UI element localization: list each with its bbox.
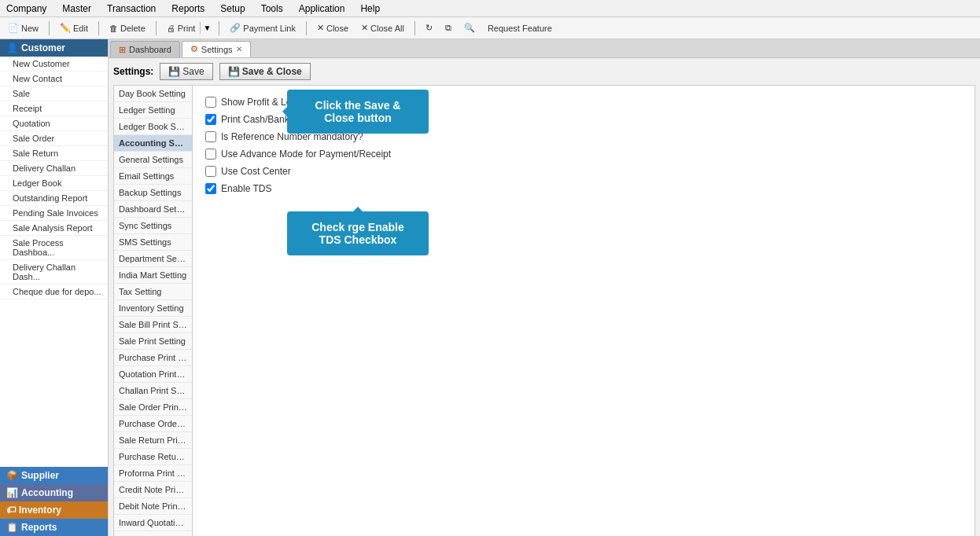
print-dropdown-arrow[interactable]: ▼ [200, 22, 213, 34]
sidebar-section-supplier[interactable]: 📦 Supplier [0, 467, 108, 484]
settings-nav-sale-print[interactable]: Sale Print Setting [114, 333, 192, 350]
menu-transaction[interactable]: Transaction [104, 2, 159, 16]
settings-nav-ledger[interactable]: Ledger Setting [114, 102, 192, 119]
settings-nav-inventory[interactable]: Inventory Setting [114, 300, 192, 317]
payment-link-button[interactable]: 🔗 Payment Link [225, 21, 300, 35]
edit-button[interactable]: ✏️ Edit [55, 21, 93, 35]
settings-nav-accounting[interactable]: Accounting Settin... [114, 135, 192, 152]
callout-tds: Check rge Enable TDS Checkbox [287, 211, 429, 255]
sidebar-section-customer[interactable]: 👤 Customer [0, 39, 108, 57]
tab-close-settings[interactable]: ✕ [236, 45, 242, 53]
settings-nav-dashboard[interactable]: Dashboard Settin... [114, 201, 192, 218]
print-dropdown[interactable]: 🖨 Print ▼ [162, 22, 214, 35]
save-close-icon: 💾 [228, 66, 240, 77]
save-close-button[interactable]: 💾 Save & Close [219, 63, 311, 80]
close-all-button[interactable]: ✕ Close All [356, 21, 409, 35]
settings-tab-icon: ⚙ [190, 44, 198, 54]
settings-nav-indiamart[interactable]: India Mart Setting [114, 267, 192, 284]
checkbox-cost-center[interactable] [205, 166, 216, 177]
settings-nav-purchase-print[interactable]: Purchase Print Set... [114, 350, 192, 366]
menu-reports[interactable]: Reports [168, 2, 208, 16]
settings-nav-challan-print[interactable]: Challan Print Settin... [114, 383, 192, 399]
settings-nav-sms[interactable]: SMS Settings [114, 234, 192, 251]
close-button[interactable]: ✕ Close [312, 21, 353, 35]
close-all-icon: ✕ [361, 23, 368, 33]
checkbox-ref-mandatory[interactable] [205, 131, 216, 142]
menu-master[interactable]: Master [59, 2, 94, 16]
settings-nav-purchase-return-print[interactable]: Purchase Return P... [114, 449, 192, 465]
new-button[interactable]: 📄 New [3, 21, 43, 35]
settings-nav-day-book[interactable]: Day Book Setting [114, 86, 192, 102]
sidebar-item-new-contact[interactable]: New Contact [0, 72, 108, 86]
refresh-button[interactable]: ↻ [421, 21, 437, 35]
option-advance-mode: Use Advance Mode for Payment/Receipt [205, 145, 962, 163]
checkbox-show-pl[interactable] [205, 97, 216, 108]
settings-nav-email[interactable]: Email Settings [114, 168, 192, 185]
print-button[interactable]: 🖨 Print [162, 22, 201, 35]
accounting-icon: 📊 [6, 487, 18, 498]
delete-button[interactable]: 🗑 Delete [105, 22, 150, 35]
menu-application[interactable]: Application [296, 2, 348, 16]
menu-bar: Company Master Transaction Reports Setup… [0, 0, 980, 17]
print-icon: 🖨 [167, 24, 175, 33]
separator2 [98, 21, 99, 35]
sidebar-item-pending-sale-invoices[interactable]: Pending Sale Invoices [0, 206, 108, 221]
settings-nav-quotation-print[interactable]: Quotation Print Se... [114, 366, 192, 383]
sidebar-item-delivery-challan[interactable]: Delivery Challan [0, 161, 108, 176]
sidebar-section-reports[interactable]: 📋 Reports [0, 519, 108, 536]
settings-sidebar: Day Book Setting Ledger Setting Ledger B… [114, 86, 193, 536]
settings-nav-service-bill-print[interactable]: Service Bill Print Se... [114, 531, 192, 536]
menu-help[interactable]: Help [357, 2, 383, 16]
search-button[interactable]: 🔍 [459, 21, 480, 35]
checkbox-enable-tds[interactable] [205, 183, 216, 194]
checkbox-print-cash[interactable] [205, 114, 216, 125]
settings-nav-proforma-print[interactable]: Proforma Print Se... [114, 465, 192, 482]
menu-setup[interactable]: Setup [217, 2, 248, 16]
option-cost-center: Use Cost Center [205, 163, 962, 180]
menu-tools[interactable]: Tools [258, 2, 286, 16]
tab-dashboard[interactable]: ⊞ Dashboard [110, 41, 180, 57]
sidebar-section-accounting[interactable]: 📊 Accounting [0, 484, 108, 501]
sidebar-item-sale-analysis-report[interactable]: Sale Analysis Report [0, 221, 108, 236]
settings-nav-backup[interactable]: Backup Settings [114, 185, 192, 201]
sidebar-item-cheque-due[interactable]: Cheque due for depo... [0, 285, 108, 299]
sidebar-item-delivery-challan-dash[interactable]: Delivery Challan Dash... [0, 260, 108, 285]
checkbox-advance-mode[interactable] [205, 149, 216, 160]
settings-nav-sale-return-print[interactable]: Sale Return Print S... [114, 432, 192, 449]
settings-nav-sync[interactable]: Sync Settings [114, 218, 192, 234]
sidebar-section-inventory[interactable]: 🏷 Inventory [0, 501, 108, 519]
settings-nav-debit-note-print[interactable]: Debit Note Print S... [114, 498, 192, 515]
sidebar-item-receipt[interactable]: Receipt [0, 101, 108, 116]
settings-nav-sale-order-print[interactable]: Sale Order Print Se... [114, 399, 192, 416]
tab-settings[interactable]: ⚙ Settings ✕ [182, 41, 251, 57]
label-advance-mode: Use Advance Mode for Payment/Receipt [221, 149, 391, 160]
sidebar-item-sale[interactable]: Sale [0, 86, 108, 101]
save-button[interactable]: 💾 Save [160, 63, 212, 80]
request-feature-button[interactable]: Request Feature [483, 22, 557, 35]
separator4 [219, 21, 219, 35]
edit-icon: ✏️ [60, 23, 71, 33]
sidebar-item-outstanding-report[interactable]: Outstanding Report [0, 191, 108, 206]
settings-nav-inward-quotation[interactable]: Inward Quotation... [114, 515, 192, 531]
settings-nav-sale-bill-print[interactable]: Sale Bill Print Setti... [114, 317, 192, 333]
settings-nav-purchase-order-print[interactable]: Purchase Order Pr... [114, 416, 192, 432]
settings-content: Day Book Setting Ledger Setting Ledger B… [113, 85, 975, 536]
search-icon: 🔍 [464, 23, 475, 33]
sidebar-item-sale-order[interactable]: Sale Order [0, 131, 108, 146]
separator3 [156, 21, 157, 35]
sidebar-item-quotation[interactable]: Quotation [0, 116, 108, 131]
sidebar-item-sale-return[interactable]: Sale Return [0, 146, 108, 161]
settings-label: Settings: [113, 66, 153, 77]
sidebar-item-ledger-book[interactable]: Ledger Book [0, 176, 108, 191]
menu-company[interactable]: Company [3, 2, 50, 16]
settings-main: Show Profit & Loss Print Cash/Bank Trans… [193, 86, 974, 536]
copy-button[interactable]: ⧉ [440, 21, 456, 35]
sidebar-item-new-customer[interactable]: New Customer [0, 57, 108, 72]
settings-nav-general[interactable]: General Settings [114, 152, 192, 168]
sidebar-item-sale-process-dashboard[interactable]: Sale Process Dashboa... [0, 236, 108, 260]
settings-nav-ledger-book[interactable]: Ledger Book Setti... [114, 119, 192, 135]
delete-icon: 🗑 [109, 24, 118, 33]
settings-nav-credit-note-print[interactable]: Credit Note Print S... [114, 482, 192, 498]
settings-nav-department[interactable]: Department Settin... [114, 251, 192, 267]
settings-nav-tax[interactable]: Tax Setting [114, 284, 192, 300]
